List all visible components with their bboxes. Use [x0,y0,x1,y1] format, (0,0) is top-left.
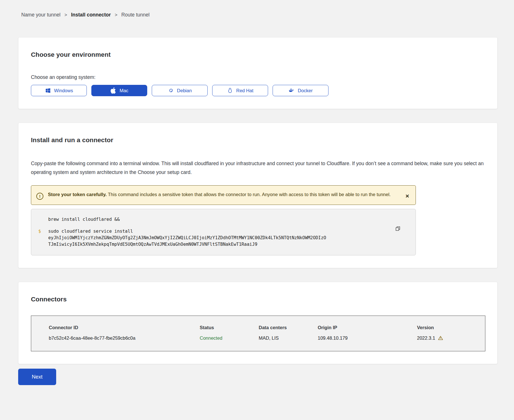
origin-ip-value: 109.48.10.179 [318,335,417,341]
tux-penguin-icon [227,87,233,94]
column-header-connector-id: Connector ID [49,325,200,330]
os-button-debian[interactable]: Debian [152,85,208,96]
choose-environment-card: Choose your environment Choose an operat… [18,37,498,109]
os-button-label: Mac [119,88,128,93]
copy-icon [395,226,401,232]
status-badge: Connected [200,335,259,341]
breadcrumb-install-connector[interactable]: Install connector [71,12,111,18]
token-text-line-2: TJmIiwicyI6Ik5XVmhZekpqTmpVdE5UQmtOQzAwT… [48,241,393,248]
os-button-docker[interactable]: Docker [273,85,328,96]
table-row: b7c52c42-6caa-48ee-8c77-fbe259cb6c0a Con… [49,335,485,341]
docker-whale-icon [288,87,295,94]
connectors-table: Connector ID Status Data centers Origin … [31,316,485,351]
column-header-version: Version [417,325,485,330]
token-warning-detail: This command includes a sensitive token … [108,192,391,197]
version-cell: 2022.3.1 [417,335,485,341]
breadcrumb: Name your tunnel > Install connector > R… [21,12,498,18]
column-header-data-centers: Data centers [259,325,318,330]
code-line-brew: brew install cloudflared && [48,216,393,223]
os-button-windows[interactable]: Windows [31,85,87,96]
copy-command-button[interactable] [394,225,401,232]
os-button-redhat[interactable]: Red Hat [212,85,268,96]
next-button[interactable]: Next [18,369,56,385]
code-blank-line [38,223,393,228]
alert-circle-icon: ! [36,193,43,200]
token-warning-banner: ! Store your token carefully. This comma… [31,185,416,205]
close-warning-button[interactable]: ✕ [405,194,409,199]
column-header-origin-ip: Origin IP [318,325,417,330]
debian-icon [168,87,174,94]
code-line-sudo: $ sudo cloudflared service install eyJhI… [38,228,393,248]
connector-id-value: b7c52c42-6caa-48ee-8c77-fbe259cb6c0a [49,335,200,341]
os-button-label: Red Hat [236,88,254,93]
shell-prompt: $ [38,228,48,248]
os-button-label: Windows [54,88,73,93]
install-command: sudo cloudflared service install eyJhIjo… [48,228,393,248]
os-picker-label: Choose an operating system: [31,74,485,80]
install-description: Copy-paste the following command into a … [31,159,485,177]
token-warning-bold: Store your token carefully. [48,192,107,197]
install-connector-title: Install and run a connector [31,136,485,144]
breadcrumb-separator: > [115,12,117,18]
breadcrumb-name-your-tunnel[interactable]: Name your tunnel [21,12,60,18]
windows-icon [45,87,51,94]
token-warning-text: Store your token carefully. This command… [48,190,401,199]
column-header-status: Status [200,325,259,330]
install-command-code-block: brew install cloudflared && $ sudo cloud… [31,209,416,255]
install-connector-card: Install and run a connector Copy-paste t… [18,123,498,268]
data-centers-value: MAD, LIS [259,335,318,341]
os-picker: Windows Mac Debian [31,85,485,96]
connectors-card: Connectors Connector ID Status Data cent… [18,282,498,364]
breadcrumb-route-tunnel[interactable]: Route tunnel [121,12,149,18]
choose-environment-title: Choose your environment [31,51,485,58]
breadcrumb-separator: > [64,12,67,18]
os-button-label: Docker [298,88,313,93]
tunnel-setup-page: Name your tunnel > Install connector > R… [0,0,514,385]
os-button-mac[interactable]: Mac [91,85,147,96]
token-text-line-1: eyJhIjoiOWM1YjczYzhmZGNmZDUyOTg2ZjA3NmJm… [48,235,393,241]
connectors-title: Connectors [31,296,485,303]
warning-triangle-icon [438,335,443,341]
table-header-row: Connector ID Status Data centers Origin … [49,325,485,330]
command-text: sudo cloudflared service install [48,228,393,235]
os-button-label: Debian [177,88,192,93]
apple-icon [110,87,116,94]
version-value: 2022.3.1 [417,335,435,341]
